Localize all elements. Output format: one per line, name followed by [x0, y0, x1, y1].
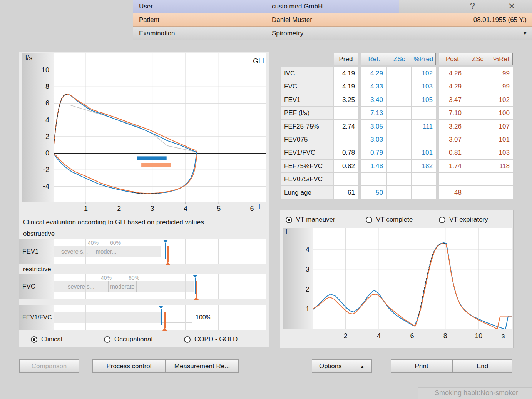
- radio-icon[interactable]: [31, 336, 37, 343]
- table-cell-post: 3.26: [439, 120, 465, 133]
- radio-vt-expiratory[interactable]: VT expiratory: [439, 215, 488, 224]
- x-tick-label: 1: [84, 205, 88, 212]
- radio-icon[interactable]: [439, 217, 445, 223]
- examination-row-label: Examination: [133, 27, 265, 40]
- table-cell-ref: 7.13: [361, 107, 386, 119]
- radio-occupational[interactable]: Occupational: [104, 335, 152, 344]
- radio-copd-gold[interactable]: COPD - GOLD: [184, 335, 238, 344]
- table-cell-pred: 61: [334, 186, 358, 199]
- triangle-up-icon: [165, 262, 171, 265]
- fvc-pre-marker-line: [196, 281, 197, 297]
- y-axis-strip: [22, 53, 54, 202]
- table-row: FEV0753.033.07101: [280, 133, 513, 146]
- measurement-report-button[interactable]: Measurement Re...: [166, 359, 239, 373]
- table-cell-label: FEV1: [281, 93, 333, 106]
- y-axis-strip: [283, 228, 313, 329]
- radio-vt-maneuver[interactable]: VT maneuver: [286, 215, 335, 224]
- title-row-examination: Examination Spirometry ▼: [133, 27, 532, 40]
- table-cell-zsc2: [465, 107, 490, 119]
- end-button[interactable]: End: [452, 359, 512, 373]
- table-cell-pred: [334, 107, 358, 119]
- options-button[interactable]: Options ▲: [312, 359, 372, 373]
- table-row: FEV1/FVC0.780.791010.81103: [280, 146, 513, 159]
- table-cell-pred: 3.25: [334, 93, 358, 106]
- triangle-up-icon: [162, 328, 167, 331]
- patient-birthdate: 08.01.1955 (65 Y.): [473, 13, 527, 27]
- table-row: FEF75%FVC0.821.481821.74118: [280, 160, 513, 172]
- fvc-row-label: FVC: [22, 274, 35, 299]
- table-cell-pred: 0.82: [334, 160, 358, 172]
- gridline: [252, 305, 252, 330]
- table-cell-zsc1: [387, 80, 411, 93]
- chevron-down-icon[interactable]: ▼: [522, 27, 527, 40]
- table-cell-pred: 4.19: [334, 80, 358, 93]
- gridline: [185, 239, 186, 264]
- table-cell-pct_pred: [412, 107, 436, 119]
- table-cell-ref: 4.29: [361, 67, 386, 80]
- ratio-post-marker-line: [161, 309, 162, 325]
- plot-area: [313, 228, 512, 329]
- radio-icon[interactable]: [184, 336, 191, 343]
- gridline: [252, 274, 252, 299]
- gridline: [152, 239, 152, 264]
- gridline: [85, 239, 86, 264]
- gridline: [119, 274, 119, 299]
- table-cell-pct_pred: 182: [412, 160, 436, 172]
- radio-clinical[interactable]: Clinical: [31, 335, 62, 344]
- examination-value[interactable]: Spirometry: [266, 27, 532, 40]
- table-cell-zsc2: [465, 133, 490, 146]
- x-tick-label: 8: [443, 332, 447, 340]
- print-button[interactable]: Print: [391, 359, 452, 373]
- radio-icon[interactable]: [366, 217, 372, 223]
- table-cell-ref: 0.79: [361, 146, 386, 159]
- table-cell-pct_pred: 101: [412, 146, 436, 159]
- radio-icon[interactable]: [104, 336, 110, 343]
- ratio-pre-marker: [162, 305, 168, 330]
- table-cell-ref: 3.40: [361, 93, 386, 106]
- fev1-row-label: FEV1: [22, 239, 39, 264]
- radio-icon[interactable]: [286, 217, 292, 223]
- user-row-label: User: [133, 0, 265, 13]
- fev1-scale-grid: 40% 60% severe s... moder...: [54, 239, 266, 264]
- process-control-button[interactable]: Process control: [92, 359, 166, 373]
- table-cell-zsc2: [465, 80, 490, 93]
- x-axis-unit: l: [259, 204, 260, 210]
- table-cell-pct_ref: 99: [490, 80, 513, 93]
- options-button-label: Options: [319, 360, 342, 372]
- y-tick-label: 0: [45, 149, 49, 157]
- table-cell-zsc2: [465, 146, 490, 159]
- table-cell-zsc1: [387, 146, 411, 159]
- fev1-pre-marker-line: [167, 246, 169, 262]
- x-tick-label: 6: [250, 205, 254, 212]
- eval-row-fvc: 40% 60% severe s... moderate FVC: [19, 274, 269, 299]
- table-cell-pct_pred: [412, 186, 436, 199]
- header-pct-pred-label: %Pred: [412, 55, 435, 63]
- table-cell-zsc1: [387, 173, 411, 185]
- comparison-button[interactable]: Comparison: [19, 359, 79, 373]
- x-tick-label: 10: [475, 332, 482, 340]
- close-icon[interactable]: ✕: [505, 0, 518, 13]
- gridline: [252, 239, 252, 264]
- help-icon[interactable]: ?: [466, 0, 479, 13]
- y-tick-label: 6: [45, 99, 49, 107]
- table-cell-post: 1.74: [439, 160, 465, 172]
- table-cell-post: 7.10: [439, 107, 465, 119]
- table-cell-pct_ref: 101: [490, 133, 513, 146]
- gridline: [85, 274, 86, 299]
- col-header-group-post: Post ZSc %Ref: [439, 53, 513, 65]
- post-bar-legend: [137, 156, 167, 160]
- gridline: [152, 274, 152, 299]
- vt-chart-svg: 1234246810ls: [280, 228, 513, 344]
- fvc-pre-marker: [194, 274, 199, 299]
- fvc-severity-bar: severe s... moderate: [54, 281, 194, 292]
- minimize-icon[interactable]: _: [479, 0, 492, 13]
- table-row: FEV075/FVC: [280, 173, 513, 185]
- ratio-row-label: FEV1/FVC: [22, 305, 52, 330]
- title-bar: User custo med GmbH ? _ ✕ Patient Daniel…: [133, 0, 532, 40]
- radio-vt-complete[interactable]: VT complete: [366, 215, 413, 224]
- table-cell-zsc2: [465, 160, 490, 172]
- col-header-group-ref: Ref. ZSc %Pred: [361, 53, 436, 65]
- smoking-habit-status: Smoking habit:Non-smoker: [435, 389, 518, 397]
- table-cell-zsc1: [387, 120, 411, 133]
- x-tick-label: 2: [117, 205, 121, 212]
